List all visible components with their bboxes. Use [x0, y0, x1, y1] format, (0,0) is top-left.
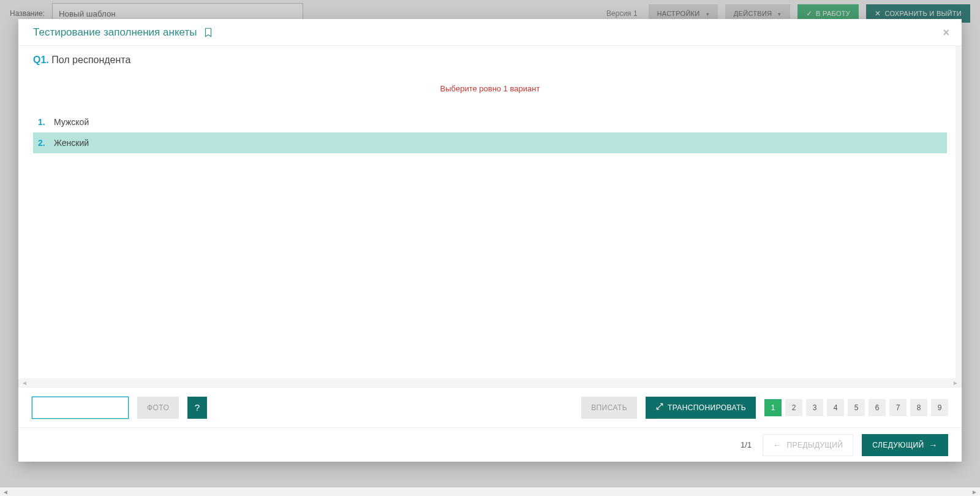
page-horizontal-scrollbar[interactable]: ◄ ► [0, 487, 980, 496]
modal-dialog: Тестирование заполнения анкеты × Q1. Пол… [18, 19, 962, 462]
option-item[interactable]: 2.Женский [33, 132, 947, 153]
pager-button-3[interactable]: 3 [806, 399, 823, 416]
pager-button-6[interactable]: 6 [869, 399, 886, 416]
fit-button-label: ВПИСАТЬ [591, 403, 627, 412]
photo-button-label: ФОТО [147, 403, 169, 412]
scroll-left-icon[interactable]: ◄ [1, 489, 10, 495]
pager: 123456789 [764, 399, 948, 416]
pager-button-7[interactable]: 7 [889, 399, 907, 416]
pager-button-9[interactable]: 9 [931, 399, 948, 416]
modal-body: Q1. Пол респондента Выберите ровно 1 вар… [18, 46, 962, 378]
option-list: 1.Мужской2.Женский [33, 112, 947, 153]
question-code: Q1. [33, 55, 49, 65]
scroll-right-icon[interactable]: ► [952, 380, 959, 386]
prev-button[interactable]: ← ПРЕДЫДУЩИЙ [763, 434, 853, 456]
arrow-right-icon: → [929, 440, 938, 450]
pager-button-2[interactable]: 2 [785, 399, 802, 416]
option-label: Женский [54, 138, 89, 148]
toolbar: ФОТО ? ВПИСАТЬ ТРАНСПОНИРОВАТЬ 123456789 [18, 387, 962, 427]
option-number: 1. [38, 117, 54, 127]
prev-button-label: ПРЕДЫДУЩИЙ [787, 441, 843, 449]
transpose-button-label: ТРАНСПОНИРОВАТЬ [668, 403, 746, 412]
help-button[interactable]: ? [187, 397, 207, 419]
page-indicator: 1/1 [741, 440, 752, 449]
next-button[interactable]: СЛЕДУЮЩИЙ → [862, 434, 948, 456]
option-label: Мужской [54, 117, 89, 127]
question-text: Пол респондента [51, 55, 130, 65]
pager-button-5[interactable]: 5 [848, 399, 865, 416]
bookmark-icon[interactable] [203, 27, 214, 38]
question-header: Q1. Пол респондента [33, 55, 947, 66]
answer-input[interactable] [32, 397, 129, 419]
option-number: 2. [38, 138, 54, 148]
modal-title: Тестирование заполнения анкеты [33, 26, 197, 39]
pager-button-8[interactable]: 8 [910, 399, 927, 416]
modal-horizontal-scrollbar[interactable]: ◄ ► [18, 378, 962, 387]
validation-message: Выберите ровно 1 вариант [33, 84, 947, 93]
scroll-left-icon[interactable]: ◄ [21, 380, 28, 386]
fit-button[interactable]: ВПИСАТЬ [581, 397, 637, 419]
modal-footer: 1/1 ← ПРЕДЫДУЩИЙ СЛЕДУЮЩИЙ → [18, 427, 962, 462]
option-item[interactable]: 1.Мужской [33, 112, 947, 132]
modal-close-button[interactable]: × [939, 25, 953, 40]
next-button-label: СЛЕДУЮЩИЙ [872, 441, 924, 449]
arrow-left-icon: ← [773, 440, 782, 450]
modal-header: Тестирование заполнения анкеты × [18, 19, 962, 46]
transpose-button[interactable]: ТРАНСПОНИРОВАТЬ [646, 397, 756, 419]
pager-button-1[interactable]: 1 [764, 399, 782, 416]
modal-body-scroll[interactable]: Q1. Пол респондента Выберите ровно 1 вар… [33, 55, 947, 370]
pager-button-4[interactable]: 4 [827, 399, 844, 416]
scroll-right-icon[interactable]: ► [970, 489, 979, 495]
photo-button[interactable]: ФОТО [137, 397, 179, 419]
expand-icon [655, 402, 664, 413]
help-button-label: ? [195, 402, 200, 413]
